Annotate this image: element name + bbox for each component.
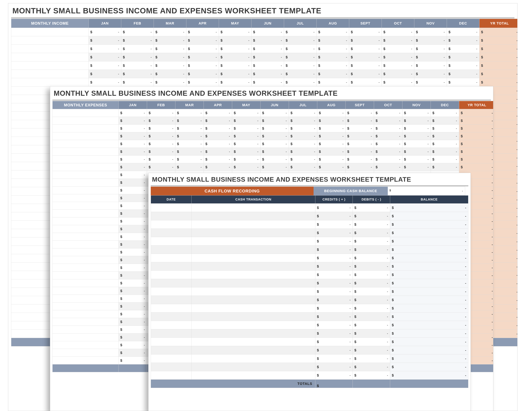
- row-label-cell[interactable]: [11, 78, 89, 86]
- debits-cell[interactable]: $-: [353, 355, 390, 363]
- expenses-cell[interactable]: $-: [119, 163, 147, 171]
- expenses-cell[interactable]: $-: [289, 140, 317, 148]
- transaction-cell[interactable]: [191, 304, 315, 313]
- credits-cell[interactable]: $-: [315, 346, 352, 355]
- balance-cell[interactable]: $-: [390, 220, 468, 229]
- income-cell[interactable]: $-: [186, 36, 219, 45]
- debits-cell[interactable]: $-: [353, 229, 390, 237]
- expenses-cell[interactable]: $-: [289, 125, 317, 132]
- expenses-cell[interactable]: $-: [289, 109, 317, 117]
- expenses-cell[interactable]: $-: [175, 109, 204, 117]
- income-cell[interactable]: $-: [89, 61, 121, 70]
- income-yr-total-cell[interactable]: $-: [479, 70, 518, 78]
- expenses-cell[interactable]: $-: [204, 148, 232, 156]
- expenses-cell[interactable]: $-: [374, 140, 402, 148]
- balance-cell[interactable]: $-: [390, 321, 468, 329]
- row-label-cell[interactable]: [53, 349, 119, 357]
- credits-cell[interactable]: $-: [315, 363, 352, 371]
- income-cell[interactable]: $-: [154, 61, 186, 70]
- expenses-cell[interactable]: $-: [260, 125, 289, 132]
- income-cell[interactable]: $-: [121, 53, 154, 61]
- row-label-cell[interactable]: [53, 148, 119, 156]
- expenses-cell[interactable]: $-: [204, 132, 232, 140]
- row-label-cell[interactable]: [11, 36, 89, 45]
- income-yr-total-cell[interactable]: $-: [479, 28, 518, 36]
- row-label-cell[interactable]: [53, 357, 119, 364]
- row-label-cell[interactable]: [11, 53, 89, 61]
- date-cell[interactable]: [151, 355, 191, 363]
- row-label-cell[interactable]: [11, 28, 89, 36]
- row-label-cell[interactable]: [53, 334, 119, 341]
- transaction-cell[interactable]: [191, 363, 315, 371]
- expenses-cell[interactable]: $-: [260, 140, 289, 148]
- income-yr-total-cell[interactable]: $-: [479, 45, 518, 53]
- transaction-cell[interactable]: [191, 279, 315, 287]
- income-cell[interactable]: $-: [349, 28, 382, 36]
- expenses-cell[interactable]: $-: [431, 117, 459, 125]
- expenses-cell[interactable]: $-: [119, 132, 147, 140]
- expenses-yr-total-cell[interactable]: $-: [459, 140, 494, 148]
- credits-cell[interactable]: $-: [315, 254, 352, 262]
- expenses-cell[interactable]: $-: [431, 109, 459, 117]
- expenses-cell[interactable]: $-: [119, 310, 147, 318]
- debits-cell[interactable]: $-: [353, 329, 390, 338]
- credits-cell[interactable]: $-: [315, 212, 352, 220]
- income-cell[interactable]: $-: [186, 78, 219, 86]
- row-label-cell[interactable]: [53, 132, 119, 140]
- expenses-cell[interactable]: $-: [119, 264, 147, 271]
- date-cell[interactable]: [151, 271, 191, 279]
- debits-cell[interactable]: $-: [353, 204, 390, 212]
- expenses-cell[interactable]: $-: [119, 357, 147, 364]
- expenses-cell[interactable]: $-: [175, 156, 204, 163]
- income-cell[interactable]: $-: [121, 28, 154, 36]
- income-cell[interactable]: $-: [447, 70, 479, 78]
- income-cell[interactable]: $-: [447, 28, 479, 36]
- expenses-yr-total-cell[interactable]: $-: [459, 132, 494, 140]
- income-cell[interactable]: $-: [317, 45, 349, 53]
- income-cell[interactable]: $-: [121, 78, 154, 86]
- expenses-cell[interactable]: $-: [431, 148, 459, 156]
- expenses-cell[interactable]: $-: [317, 140, 346, 148]
- expenses-cell[interactable]: $-: [431, 140, 459, 148]
- income-cell[interactable]: $-: [382, 78, 414, 86]
- expenses-cell[interactable]: $-: [374, 109, 402, 117]
- date-cell[interactable]: [151, 371, 191, 380]
- expenses-cell[interactable]: $-: [119, 140, 147, 148]
- income-cell[interactable]: $-: [447, 53, 479, 61]
- credits-cell[interactable]: $-: [315, 321, 352, 329]
- balance-cell[interactable]: $-: [390, 338, 468, 346]
- expenses-cell[interactable]: $-: [119, 179, 147, 187]
- expenses-yr-total-cell[interactable]: $-: [459, 109, 494, 117]
- row-label-cell[interactable]: [53, 225, 119, 233]
- income-cell[interactable]: $-: [219, 53, 251, 61]
- expenses-cell[interactable]: $-: [119, 349, 147, 357]
- transaction-cell[interactable]: [191, 262, 315, 271]
- expenses-cell[interactable]: $-: [204, 156, 232, 163]
- debits-cell[interactable]: $-: [353, 304, 390, 313]
- expenses-cell[interactable]: $-: [119, 156, 147, 163]
- expenses-cell[interactable]: $-: [346, 117, 374, 125]
- transaction-cell[interactable]: [191, 287, 315, 296]
- date-cell[interactable]: [151, 287, 191, 296]
- expenses-cell[interactable]: $-: [119, 303, 147, 310]
- expenses-cell[interactable]: $-: [147, 125, 175, 132]
- transaction-cell[interactable]: [191, 329, 315, 338]
- income-cell[interactable]: $-: [349, 70, 382, 78]
- expenses-cell[interactable]: $-: [119, 210, 147, 217]
- credits-cell[interactable]: $-: [315, 313, 352, 321]
- credits-cell[interactable]: $-: [315, 262, 352, 271]
- credits-cell[interactable]: $-: [315, 220, 352, 229]
- income-cell[interactable]: $-: [447, 61, 479, 70]
- row-label-cell[interactable]: [53, 117, 119, 125]
- income-cell[interactable]: $-: [89, 28, 121, 36]
- income-cell[interactable]: $-: [447, 45, 479, 53]
- date-cell[interactable]: [151, 237, 191, 245]
- row-label-cell[interactable]: [53, 202, 119, 210]
- income-cell[interactable]: $-: [317, 36, 349, 45]
- income-cell[interactable]: $-: [349, 78, 382, 86]
- expenses-yr-total-cell[interactable]: $-: [459, 156, 494, 163]
- expenses-cell[interactable]: $-: [119, 334, 147, 341]
- transaction-cell[interactable]: [191, 346, 315, 355]
- income-cell[interactable]: $-: [349, 45, 382, 53]
- expenses-cell[interactable]: $-: [175, 125, 204, 132]
